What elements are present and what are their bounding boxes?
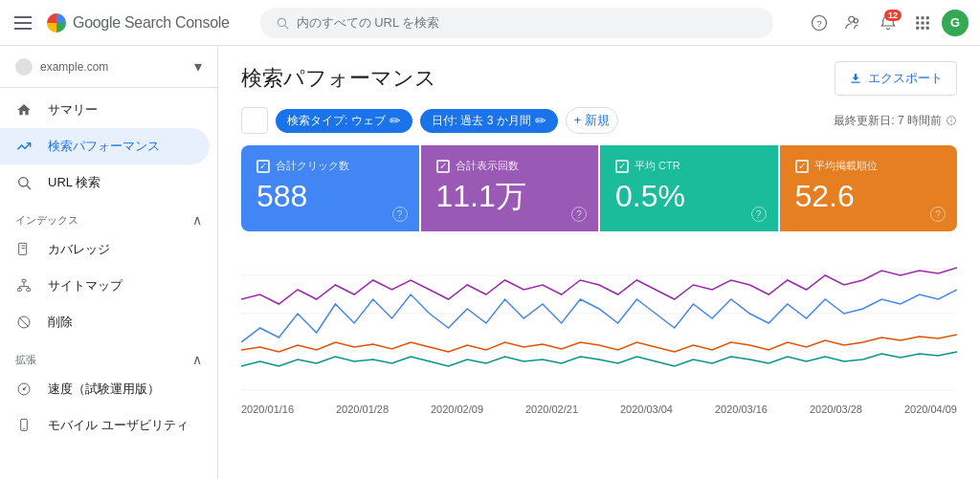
date-chip-edit-icon: ✏ [535, 113, 546, 128]
position-value: 52.6 [795, 181, 943, 211]
sidebar-item-mobile[interactable]: モバイル ユーザビリティ [0, 407, 210, 444]
accounts-icon-button[interactable] [838, 8, 869, 38]
mobile-icon [15, 417, 33, 434]
svg-rect-9 [926, 16, 929, 19]
site-selector-arrow-icon: ▾ [194, 57, 202, 76]
sidebar-item-sitemaps[interactable]: サイトマップ [0, 268, 210, 304]
svg-rect-13 [916, 26, 919, 29]
notification-count: 12 [884, 10, 902, 22]
apps-icon-button[interactable] [907, 8, 938, 38]
search-input[interactable] [297, 15, 758, 30]
date-chip[interactable]: 日付: 過去 3 か月間 ✏ [420, 109, 558, 133]
search-bar[interactable] [260, 8, 773, 38]
search-icon [276, 16, 289, 30]
svg-rect-34 [851, 82, 859, 83]
ctr-value: 0.5% [615, 181, 763, 211]
filter-icon [248, 114, 261, 127]
avatar[interactable]: G [942, 10, 969, 36]
site-selector[interactable]: example.com ▾ [0, 46, 217, 88]
clicks-value: 588 [256, 181, 404, 211]
ctr-card-title: ✓ 平均 CTR [615, 159, 763, 173]
content-area: 検索パフォーマンス エクスポート 検索タイプ: ウェブ ✏ 日付: 過去 3 か… [218, 46, 980, 479]
sitemap-icon [15, 277, 33, 294]
chart-svg [241, 247, 957, 400]
svg-rect-7 [916, 16, 919, 19]
sidebar-item-search-performance[interactable]: 検索パフォーマンス [0, 128, 210, 164]
svg-rect-12 [926, 21, 929, 24]
impressions-help-icon[interactable]: ? [571, 207, 587, 222]
search-circle-icon [15, 174, 33, 191]
chart-x-labels: 2020/01/16 2020/01/28 2020/02/09 2020/02… [241, 400, 957, 415]
last-updated: 最終更新日: 7 時間前 [834, 113, 957, 129]
home-icon [15, 101, 33, 119]
position-help-icon[interactable]: ? [930, 207, 946, 222]
clicks-card-title: ✓ 合計クリック数 [256, 159, 404, 173]
impressions-card-title: ✓ 合計表示回数 [436, 159, 584, 173]
menu-icon[interactable] [11, 11, 34, 34]
accounts-icon [845, 14, 862, 32]
svg-rect-21 [22, 279, 26, 282]
metric-cards: ✓ 合計クリック数 588 ? ✓ 合計表示回数 11.1万 ? ✓ 平均 CT… [218, 145, 980, 247]
metric-card-ctr[interactable]: ✓ 平均 CTR 0.5% ? [600, 145, 778, 231]
sidebar: example.com ▾ サマリー 検索パフォーマンス URL 検索 [0, 46, 218, 479]
export-button[interactable]: エクスポート [835, 61, 957, 96]
svg-line-2 [284, 25, 287, 28]
svg-rect-11 [922, 21, 924, 24]
metric-card-impressions[interactable]: ✓ 合計表示回数 11.1万 ? [421, 145, 599, 231]
position-checkbox: ✓ [795, 160, 809, 173]
metric-card-position[interactable]: ✓ 平均掲載順位 52.6 ? [780, 145, 958, 231]
section-label-enhancements: 拡張 ∧ [0, 340, 217, 371]
section-chevron-index[interactable]: ∧ [192, 212, 202, 228]
trending-up-icon [15, 138, 33, 155]
svg-rect-8 [922, 16, 924, 19]
sidebar-nav: サマリー 検索パフォーマンス URL 検索 インデックス ∧ [0, 88, 217, 444]
filter-icon-button[interactable] [241, 107, 268, 134]
sidebar-item-url-inspection[interactable]: URL 検索 [0, 164, 210, 201]
svg-rect-23 [27, 289, 31, 292]
chip-edit-icon: ✏ [390, 113, 401, 128]
sidebar-item-summary[interactable]: サマリー [0, 92, 210, 128]
coverage-icon [15, 241, 33, 258]
topbar-icon-group: ? 12 G [804, 8, 969, 38]
speed-icon [15, 381, 33, 398]
clicks-help-icon[interactable]: ? [392, 207, 408, 222]
svg-rect-22 [17, 289, 21, 292]
filter-bar: 検索タイプ: ウェブ ✏ 日付: 過去 3 か月間 ✏ + 新規 最終更新日: … [218, 107, 980, 145]
app-name: Google Search Console [73, 14, 230, 32]
search-type-chip[interactable]: 検索タイプ: ウェブ ✏ [276, 109, 412, 133]
svg-line-29 [19, 317, 28, 326]
position-card-title: ✓ 平均掲載順位 [795, 159, 943, 173]
info-icon[interactable] [946, 115, 957, 126]
help-icon: ? [811, 14, 828, 32]
content-header: 検索パフォーマンス エクスポート [218, 46, 980, 107]
clicks-checkbox: ✓ [256, 160, 270, 173]
app-logo[interactable]: Google Search Console [46, 12, 230, 33]
sidebar-item-speed[interactable]: 速度（試験運用版） [0, 371, 210, 407]
section-chevron-enhancements[interactable]: ∧ [192, 352, 202, 367]
svg-text:?: ? [816, 17, 822, 28]
sidebar-item-removals[interactable]: 削除 [0, 304, 210, 340]
site-icon [15, 58, 33, 76]
section-label-index: インデックス ∧ [0, 201, 217, 231]
notifications-icon-button[interactable]: 12 [873, 8, 903, 38]
performance-chart [241, 247, 957, 400]
add-filter-button[interactable]: + 新規 [566, 107, 618, 134]
main-layout: example.com ▾ サマリー 検索パフォーマンス URL 検索 [0, 46, 980, 479]
sidebar-item-coverage[interactable]: カバレッジ [0, 231, 210, 268]
apps-icon [914, 14, 931, 32]
impressions-value: 11.1万 [436, 181, 584, 211]
metric-card-clicks[interactable]: ✓ 合計クリック数 588 ? [241, 145, 419, 231]
chart-area: 2020/01/16 2020/01/28 2020/02/09 2020/02… [218, 247, 980, 423]
download-icon [849, 72, 862, 85]
svg-line-17 [27, 185, 31, 189]
svg-point-37 [951, 119, 952, 120]
ctr-checkbox: ✓ [615, 160, 629, 173]
ctr-help-icon[interactable]: ? [751, 207, 767, 222]
svg-rect-10 [916, 21, 919, 24]
svg-point-31 [23, 388, 25, 390]
topbar: Google Search Console ? 12 [0, 0, 980, 46]
google-logo-icon [46, 12, 67, 33]
help-icon-button[interactable]: ? [804, 8, 835, 38]
impressions-checkbox: ✓ [436, 160, 450, 173]
page-title: 検索パフォーマンス [241, 64, 436, 93]
